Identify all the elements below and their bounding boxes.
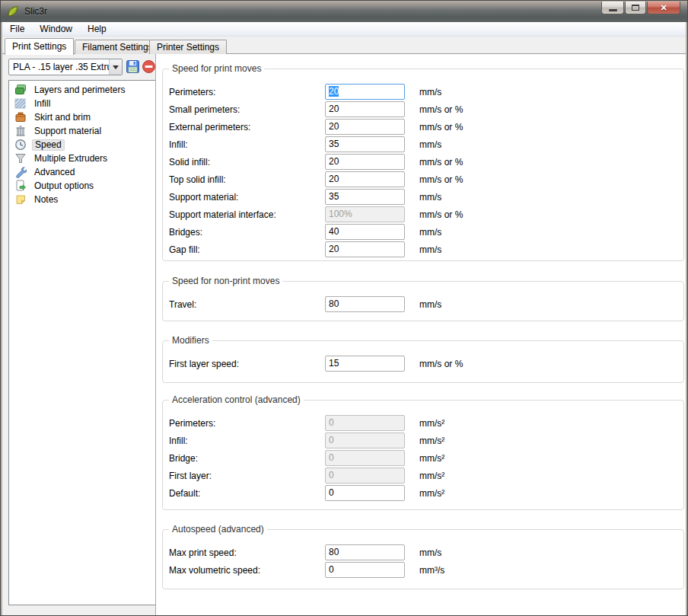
skirt-icon: [14, 111, 27, 123]
app-window: Slic3r ✕ File Window Help Print Settings…: [0, 0, 688, 616]
support-material-input[interactable]: 35: [325, 189, 405, 205]
settings-tree: Layers and perimeters Infill Skirt and b…: [8, 80, 156, 605]
field-row-accel-first-layer: First layer: 0 mm/s²: [163, 467, 683, 484]
sidebar-item-notes[interactable]: Notes: [9, 193, 155, 206]
title-bar[interactable]: Slic3r ✕: [1, 1, 687, 22]
sidebar-item-infill[interactable]: Infill: [9, 97, 155, 110]
field-row-support-material: Support material: 35 mm/s: [163, 188, 683, 206]
field-row-gap-fill: Gap fill: 20 mm/s: [163, 241, 683, 258]
solid-infill-input[interactable]: 20: [325, 154, 405, 170]
perimeters-input[interactable]: 20: [325, 84, 405, 100]
delete-preset-icon[interactable]: [142, 59, 156, 74]
minimize-button[interactable]: [601, 2, 624, 14]
slic3r-logo-icon: [6, 5, 20, 18]
field-row-infill: Infill: 35 mm/s: [163, 136, 683, 153]
group-title: Modifiers: [169, 335, 212, 346]
extruders-icon: [14, 152, 27, 164]
bridges-input[interactable]: 40: [325, 224, 405, 240]
field-row-accel-perimeters: Perimeters: 0 mm/s²: [163, 414, 683, 432]
accel-first-layer-input: 0: [325, 468, 405, 484]
accel-bridge-input: 0: [325, 450, 405, 466]
group-title: Autospeed (advanced): [169, 524, 267, 535]
preset-dropdown-value: PLA - .15 layer .35 Extruc: [9, 62, 109, 72]
sidebar-item-advanced[interactable]: Advanced: [9, 165, 155, 179]
settings-panel: Speed for print moves Perimeters: 20 mm/…: [155, 54, 686, 615]
group-modifiers: Modifiers First layer speed: 15 mm/s or …: [162, 340, 684, 383]
accel-infill-input: 0: [325, 432, 405, 448]
group-title: Speed for non-print moves: [169, 276, 282, 286]
group-speed-print-moves: Speed for print moves Perimeters: 20 mm/…: [162, 69, 684, 261]
client-area: File Window Help Print Settings Filament…: [2, 22, 686, 615]
accel-perimeters-input: 0: [325, 415, 405, 431]
travel-input[interactable]: 80: [325, 296, 405, 312]
top-solid-infill-input[interactable]: 20: [325, 171, 405, 187]
menu-bar: File Window Help: [2, 22, 686, 37]
menu-window[interactable]: Window: [32, 22, 80, 37]
maximize-button[interactable]: [625, 2, 646, 14]
window-title: Slic3r: [24, 6, 47, 17]
field-row-perimeters: Perimeters: 20 mm/s: [163, 83, 683, 101]
tab-bar: Print Settings Filament Settings Printer…: [2, 37, 686, 54]
group-acceleration-control: Acceleration control (advanced) Perimete…: [162, 400, 684, 510]
menu-file[interactable]: File: [2, 22, 32, 37]
print-settings-page: PLA - .15 layer .35 Extruc Layers and p: [2, 54, 686, 615]
output-icon: [14, 180, 27, 192]
layers-icon: [14, 84, 27, 96]
field-row-first-layer-speed: First layer speed: 15 mm/s or %: [163, 355, 683, 372]
advanced-icon: [14, 166, 27, 178]
field-row-max-volumetric-speed: Max volumetric speed: 0 mm³/s: [163, 561, 683, 579]
group-title: Acceleration control (advanced): [169, 394, 304, 405]
save-preset-icon[interactable]: [126, 59, 140, 74]
sidebar-item-extruders[interactable]: Multiple Extruders: [9, 152, 155, 165]
close-icon: ✕: [660, 3, 667, 13]
maximize-icon: [632, 5, 639, 11]
close-button[interactable]: ✕: [647, 2, 680, 14]
support-interface-input: 100%: [325, 206, 405, 222]
group-title: Speed for print moves: [169, 63, 264, 74]
support-icon: [14, 125, 27, 137]
field-row-support-interface: Support material interface: 100% mm/s or…: [163, 206, 683, 223]
sidebar-item-speed[interactable]: Speed: [9, 138, 155, 152]
field-row-bridges: Bridges: 40 mm/s: [163, 223, 683, 241]
sidebar-item-support[interactable]: Support material: [9, 124, 155, 138]
max-volumetric-speed-input[interactable]: 0: [325, 562, 405, 578]
speed-icon: [14, 139, 27, 151]
tab-printer-settings[interactable]: Printer Settings: [149, 40, 227, 54]
first-layer-speed-input[interactable]: 15: [325, 356, 405, 372]
field-row-solid-infill: Solid infill: 20 mm/s or %: [163, 153, 683, 171]
preset-dropdown[interactable]: PLA - .15 layer .35 Extruc: [8, 59, 123, 75]
sidebar-item-layers[interactable]: Layers and perimeters: [9, 83, 155, 97]
group-autospeed: Autospeed (advanced) Max print speed: 80…: [162, 529, 684, 589]
group-speed-nonprint-moves: Speed for non-print moves Travel: 80 mm/…: [162, 281, 684, 321]
chevron-down-icon: [113, 65, 119, 69]
minimize-icon: [609, 9, 617, 11]
sidebar-item-output[interactable]: Output options: [9, 179, 155, 193]
menu-help[interactable]: Help: [80, 22, 114, 37]
small-perimeters-input[interactable]: 20: [325, 101, 405, 117]
sidebar-item-skirt[interactable]: Skirt and brim: [9, 110, 155, 124]
field-row-top-solid-infill: Top solid infill: 20 mm/s or %: [163, 171, 683, 188]
field-row-max-print-speed: Max print speed: 80 mm/s: [163, 544, 683, 561]
field-row-accel-default: Default: 0 mm/s²: [163, 484, 683, 502]
external-perimeters-input[interactable]: 20: [325, 119, 405, 135]
tab-filament-settings[interactable]: Filament Settings: [75, 40, 161, 54]
field-row-accel-bridge: Bridge: 0 mm/s²: [163, 449, 683, 467]
max-print-speed-input[interactable]: 80: [325, 544, 405, 560]
infill-speed-input[interactable]: 35: [325, 136, 405, 152]
field-row-external-perimeters: External perimeters: 20 mm/s or %: [163, 118, 683, 136]
field-row-accel-infill: Infill: 0 mm/s²: [163, 432, 683, 449]
infill-icon: [14, 97, 27, 110]
preset-dropdown-button[interactable]: [109, 59, 122, 75]
notes-icon: [14, 193, 27, 206]
gap-fill-input[interactable]: 20: [325, 241, 405, 257]
tab-print-settings[interactable]: Print Settings: [5, 38, 74, 55]
field-row-small-perimeters: Small perimeters: 20 mm/s or %: [163, 101, 683, 118]
accel-default-input[interactable]: 0: [325, 485, 405, 501]
field-row-travel: Travel: 80 mm/s: [163, 295, 683, 313]
